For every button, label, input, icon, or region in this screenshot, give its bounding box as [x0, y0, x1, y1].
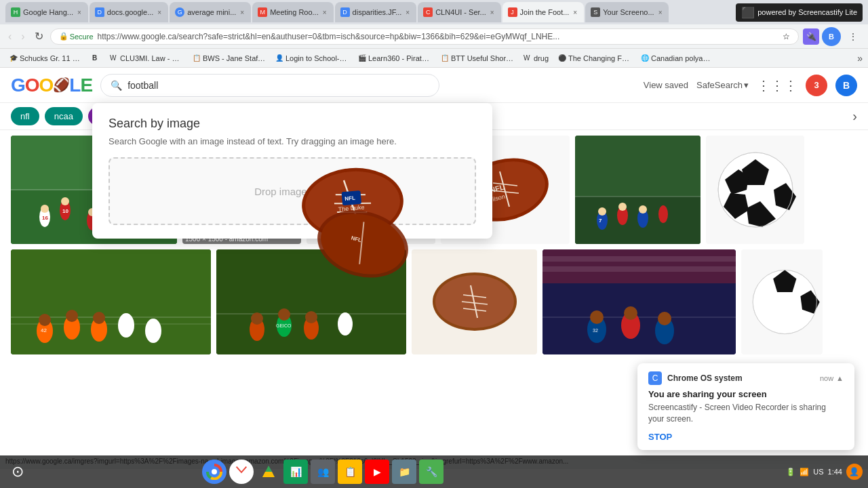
chip-ncaa[interactable]: ncaa: [45, 107, 83, 125]
user-avatar-button[interactable]: B: [835, 75, 857, 96]
taskbar-classrm-button[interactable]: 👥: [311, 460, 335, 484]
image-cell-soccer-ball[interactable]: [706, 136, 804, 244]
tab-cln4ui[interactable]: C CLN4UI - Ser... ×: [418, 2, 500, 22]
svg-point-115: [212, 469, 217, 474]
svg-point-65: [66, 310, 78, 322]
launcher-button[interactable]: ⊙: [5, 460, 30, 484]
tab-cln4ui-close[interactable]: ×: [489, 7, 496, 18]
notification-button[interactable]: 3: [806, 75, 827, 96]
tab-average-close[interactable]: ×: [239, 7, 245, 18]
tab-joinfoot[interactable]: J Join the Foot... ×: [502, 2, 585, 22]
taskbar-chrome-button[interactable]: [202, 460, 226, 484]
svg-point-8: [61, 197, 69, 205]
tab-docs-title: docs.google...: [107, 8, 154, 16]
bookmark-changing[interactable]: ⚫ The Changing Face...: [554, 53, 635, 64]
url-bar[interactable]: 🔒 Secure https://www.google.ca/search?sa…: [50, 28, 799, 45]
tab-hangouts-title: Google Hang...: [23, 8, 73, 16]
tab-screencast-close[interactable]: ×: [657, 7, 664, 18]
taskbar-gmail-button[interactable]: [229, 460, 254, 484]
bookmark-learn360[interactable]: 🎬 Learn360 - Pirates o...: [354, 53, 435, 64]
svg-point-63: [145, 319, 161, 343]
tab-docs[interactable]: D docs.google... ×: [90, 2, 168, 22]
b-favicon: B: [92, 54, 100, 62]
header-search-bar[interactable]: 🔍 football: [100, 74, 439, 97]
image-cell-soccer2[interactable]: 7: [575, 136, 701, 244]
bookmark-schoolday[interactable]: 👤 Login to School-Day: [271, 53, 353, 64]
tab-hangouts-close[interactable]: ×: [76, 7, 83, 18]
svg-point-74: [251, 312, 263, 325]
logo-g: G: [11, 75, 25, 96]
tab-disparities-close[interactable]: ×: [404, 7, 411, 18]
bookmark-drug[interactable]: W drug: [519, 53, 553, 64]
url-text: https://www.google.ca/search?safe=strict…: [98, 32, 778, 41]
drug-label: drug: [534, 54, 549, 62]
notification-expand-icon[interactable]: ▲: [836, 374, 844, 382]
svg-point-46: [618, 203, 627, 211]
notification-stop-button[interactable]: STOP: [648, 432, 672, 442]
notification-body: Screencastify - Screen Video Recorder is…: [648, 402, 844, 425]
url-icons: ☆: [783, 32, 790, 41]
bws-favicon: 📋: [193, 54, 201, 62]
learn360-favicon: 🎬: [358, 54, 366, 62]
taskbar-time: 1:44: [828, 468, 842, 476]
profile-button[interactable]: B: [822, 27, 841, 46]
taskbar-sheets-button[interactable]: 📊: [283, 460, 308, 484]
svg-text:7: 7: [599, 218, 602, 224]
logo-o1: O: [25, 75, 39, 96]
bookmark-b[interactable]: B: [88, 53, 104, 64]
search-query: football: [127, 80, 158, 91]
tab-average[interactable]: G average mini... ×: [170, 2, 251, 22]
menu-button[interactable]: ⋮: [844, 27, 863, 46]
bookmark-polyamor[interactable]: 🌐 Canadian polyamor...: [637, 53, 718, 64]
bws-label: BWS - Jane Stafford: [203, 54, 266, 62]
image-cell-football-game1[interactable]: 42: [11, 249, 211, 354]
bookmarks-bar: 🎓 Schucks Gr. 11 Webs... B W CLU3MI. Law…: [0, 49, 868, 68]
tab-screencast[interactable]: S Your Screeno... ×: [585, 2, 669, 22]
tab-disparities[interactable]: D disparities.JF... ×: [335, 2, 417, 22]
chips-next-button[interactable]: ›: [852, 108, 857, 124]
tab-screencast-title: Your Screeno...: [603, 8, 654, 16]
reload-button[interactable]: ↻: [32, 27, 46, 45]
svg-point-76: [305, 311, 317, 323]
drug-favicon: W: [524, 54, 532, 62]
apps-grid-button[interactable]: ⋮⋮⋮: [757, 77, 797, 94]
image-cell-football-game3[interactable]: 32: [542, 249, 736, 354]
back-button[interactable]: ‹: [5, 28, 14, 45]
forward-button[interactable]: ›: [18, 28, 27, 45]
taskbar-youtube-button[interactable]: ▶: [365, 460, 389, 484]
image-cell-soccer-ball2[interactable]: [741, 249, 823, 354]
extensions-button[interactable]: 🔌: [803, 28, 819, 45]
tab-hangouts[interactable]: H Google Hang... ×: [5, 2, 88, 22]
bookmarks-more-button[interactable]: »: [857, 53, 863, 64]
taskbar-files-button[interactable]: 📁: [392, 460, 416, 484]
view-saved-link[interactable]: View saved: [644, 80, 688, 90]
soccer-ball-image2: [741, 253, 823, 351]
taskbar-slides-button[interactable]: 📋: [338, 460, 362, 484]
clu3mi-favicon: W: [110, 54, 118, 62]
tab-meeting-close[interactable]: ×: [321, 7, 328, 18]
secure-badge: 🔒 Secure: [59, 32, 94, 41]
dragging-football-image: NFL The Duke Wilson NFL: [285, 156, 420, 278]
tab-joinfoot-close[interactable]: ×: [572, 7, 578, 18]
schoolday-favicon: 👤: [275, 54, 283, 62]
tab-docs-close[interactable]: ×: [156, 7, 163, 18]
taskbar-right: 🔋 📶 US 1:44 👤: [786, 464, 863, 480]
tab-meeting[interactable]: M Meeting Roo... ×: [252, 2, 333, 22]
svg-point-93: [624, 306, 637, 320]
bookmark-star-icon[interactable]: ☆: [783, 32, 790, 41]
svg-point-73: [338, 312, 353, 336]
taskbar-account-icon[interactable]: 👤: [846, 464, 863, 480]
logo-o2: O: [39, 75, 54, 96]
bookmark-bws[interactable]: 📋 BWS - Jane Stafford: [189, 53, 270, 64]
safesearch-button[interactable]: SafeSearch ▾: [696, 80, 749, 90]
bookmark-btt[interactable]: 📋 BTT Useful Short Cu...: [437, 53, 518, 64]
chip-nfl[interactable]: nfl: [11, 107, 39, 125]
taskbar-extra-button[interactable]: 🔧: [419, 460, 443, 484]
bookmark-clu3mi[interactable]: W CLU3MI. Law - matt...: [106, 53, 187, 64]
screencastify-text: powered by Screencastify Lite: [757, 8, 857, 16]
image-cell-brown-football[interactable]: [412, 249, 537, 354]
tab-average-title: average mini...: [187, 8, 236, 16]
bookmark-schucks[interactable]: 🎓 Schucks Gr. 11 Webs...: [5, 53, 87, 64]
learn360-label: Learn360 - Pirates o...: [368, 54, 431, 62]
taskbar-drive-button[interactable]: [256, 460, 281, 484]
